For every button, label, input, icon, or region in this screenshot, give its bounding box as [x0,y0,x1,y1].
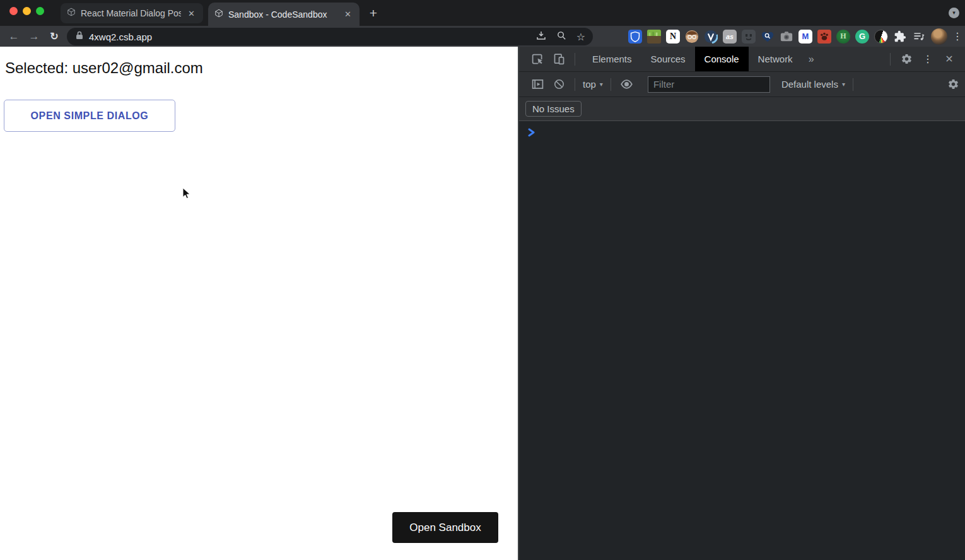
browser-tab-inactive[interactable]: React Material Dialog Position ✕ [61,3,203,23]
chrome-menu-icon[interactable]: ⋮ [952,30,961,42]
mouse-cursor [182,187,190,202]
issues-bar: No Issues [519,97,965,121]
clear-console-icon[interactable] [551,76,567,93]
reload-icon[interactable]: ↻ [46,28,62,45]
extensions-row: N as M H G ⋮ [628,26,961,47]
context-selector-label: top [583,79,596,90]
nav-buttons: ← → ↻ [4,26,64,47]
color-wheel-extension-icon[interactable] [874,30,888,44]
forward-icon[interactable]: → [26,28,42,45]
heart-search-extension-icon[interactable] [761,30,775,44]
log-levels-selector[interactable]: Default levels ▾ [779,79,848,90]
notion-extension-icon[interactable]: N [666,30,680,44]
camera-extension-icon[interactable] [780,30,793,44]
close-window-button[interactable] [9,7,18,15]
url-text: 4xwq2.csb.app [89,32,152,42]
no-issues-badge[interactable]: No Issues [525,101,582,117]
selected-email-text: Selected: user02@gmail.com [5,59,203,77]
devtools-controls: ⋮ ✕ [885,51,965,67]
back-icon[interactable]: ← [6,28,22,45]
device-toolbar-icon[interactable] [551,51,567,67]
tab-elements[interactable]: Elements [583,47,641,71]
tab-strip: React Material Dialog Position ✕ Sandbox… [0,0,965,26]
grammarly-extension-icon[interactable]: G [855,30,869,44]
minimize-window-button[interactable] [23,7,31,15]
devtools-panel: Elements Sources Console Network » ⋮ ✕ [518,47,965,560]
console-messages[interactable] [519,121,965,139]
context-selector[interactable]: top ▾ [580,79,605,90]
lastfm-extension-icon[interactable]: as [723,30,737,44]
face-extension-icon[interactable] [742,30,756,44]
tab-search-button[interactable]: ▾ [949,8,959,18]
filter-input[interactable] [648,76,770,93]
inspect-element-icon[interactable] [529,51,546,67]
settings-gear-icon[interactable] [898,51,915,67]
bookmark-star-icon[interactable]: ☆ [576,31,585,43]
divider [575,53,575,66]
paw-extension-icon[interactable] [817,30,831,44]
open-sandbox-button[interactable]: Open Sandbox [392,512,498,543]
page-content: Selected: user02@gmail.com OPEN SIMPLE D… [0,47,518,560]
v-extension-icon[interactable] [704,30,718,44]
tab-console[interactable]: Console [695,47,749,71]
new-tab-button[interactable]: + [365,4,382,22]
address-bar[interactable]: 4xwq2.csb.app ☆ [67,28,593,45]
console-sidebar-toggle-icon[interactable] [529,76,546,93]
media-controls-icon[interactable] [912,30,926,44]
open-simple-dialog-button[interactable]: OPEN SIMPLE DIALOG [4,100,175,132]
codesandbox-favicon-icon [67,8,76,19]
profile-avatar[interactable] [931,28,947,45]
monosnap-extension-icon[interactable]: M [798,30,812,44]
divider [611,78,611,91]
more-tabs-icon[interactable]: » [802,47,821,71]
divider [890,53,891,66]
live-expression-eye-icon[interactable] [619,76,635,93]
tab-title: Sandbox - CodeSandbox [228,9,337,20]
h-leaf-extension-icon[interactable]: H [836,30,850,44]
tab-network[interactable]: Network [749,47,802,71]
zoom-window-button[interactable] [36,7,44,15]
bitwarden-extension-icon[interactable] [628,30,642,44]
browser-tab-active[interactable]: Sandbox - CodeSandbox ✕ [208,3,360,26]
chevron-down-icon: ▾ [600,81,603,88]
divider [853,78,853,91]
log-levels-label: Default levels [781,79,838,90]
devtools-tabs: Elements Sources Console Network » [583,47,821,71]
close-devtools-icon[interactable]: ✕ [941,51,957,67]
console-toolbar: top ▾ Default levels ▾ [519,72,965,97]
chevron-down-icon: ▾ [842,81,845,88]
close-tab-icon[interactable]: ✕ [186,9,197,18]
divider [575,78,575,91]
browser-window: React Material Dialog Position ✕ Sandbox… [0,0,965,560]
devtools-tab-bar: Elements Sources Console Network » ⋮ ✕ [519,47,965,72]
tab-title: React Material Dialog Position [81,8,181,18]
download-icon[interactable] [535,30,547,44]
close-tab-icon[interactable]: ✕ [342,9,353,19]
devtools-menu-icon[interactable]: ⋮ [920,51,936,67]
zoom-icon[interactable] [556,30,567,44]
extensions-puzzle-icon[interactable] [893,30,907,44]
console-settings-gear-icon[interactable] [945,76,961,93]
avatar-glasses-extension-icon[interactable] [685,30,699,44]
tab-sources[interactable]: Sources [641,47,695,71]
omnibox-icons: ☆ [535,30,585,44]
grass-block-extension-icon[interactable] [647,30,661,44]
lock-icon[interactable] [76,31,83,42]
console-prompt-icon [528,128,535,139]
codesandbox-favicon-icon [214,9,223,20]
